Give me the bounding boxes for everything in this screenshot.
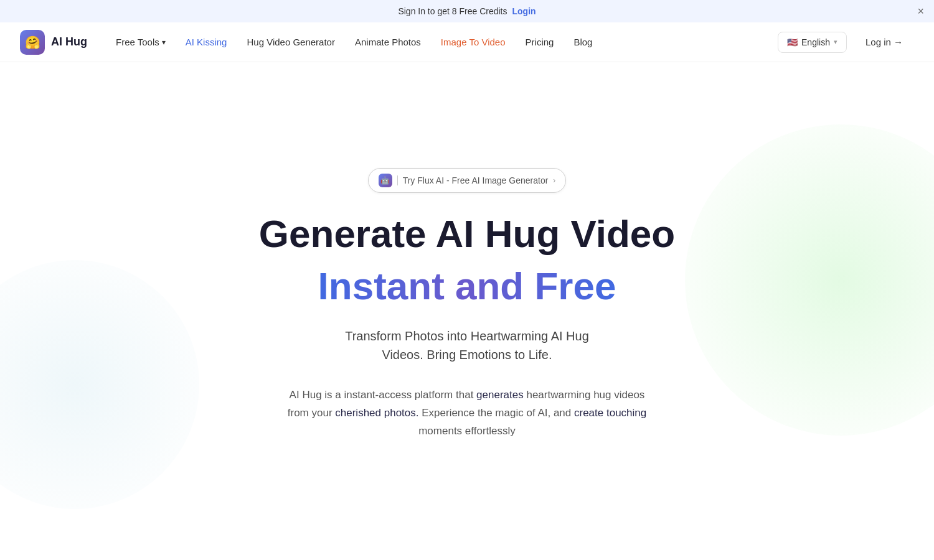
nav-item-image-to-video[interactable]: Image To Video [432,32,514,52]
nav-right: 🇺🇸 English ▾ Log in → [778,32,914,53]
nav-item-hug-video[interactable]: Hug Video Generator [238,32,343,52]
nav-item-animate-photos[interactable]: Animate Photos [346,32,430,52]
hero-subtitle: Transform Photos into Heartwarming AI Hu… [345,327,589,364]
nav-links: Free Tools ▾ AI Kissing Hug Video Genera… [107,32,758,52]
login-button[interactable]: Log in → [854,32,914,52]
lang-flag: 🇺🇸 [787,37,798,47]
hero-description: AI Hug is a instant-access platform that… [280,386,654,441]
badge-chevron-icon: › [553,176,555,185]
badge-divider [397,175,398,185]
navbar: 🤗 AI Hug Free Tools ▾ AI Kissing Hug Vid… [0,22,934,62]
flux-badge-icon: 🤖 [379,174,392,187]
lang-label: English [801,37,830,47]
banner-text: Sign In to get 8 Free Credits [398,6,507,16]
logo[interactable]: 🤗 AI Hug [20,30,87,55]
nav-item-pricing[interactable]: Pricing [517,32,563,52]
hero-title-line1: Generate AI Hug Video [259,213,675,255]
banner-login-link[interactable]: Login [512,6,535,16]
hero-section: 🤖 Try Flux AI - Free AI Image Generator … [0,62,934,559]
nav-item-ai-kissing[interactable]: AI Kissing [177,32,236,52]
chevron-down-icon: ▾ [834,38,837,46]
try-flux-badge[interactable]: 🤖 Try Flux AI - Free AI Image Generator … [368,168,567,193]
logo-icon: 🤗 [20,30,45,55]
language-selector[interactable]: 🇺🇸 English ▾ [778,32,847,53]
logo-text: AI Hug [51,35,87,49]
nav-item-free-tools[interactable]: Free Tools ▾ [107,32,174,52]
badge-text: Try Flux AI - Free AI Image Generator [403,175,549,185]
hero-title-line2: Instant and Free [318,263,616,309]
top-banner: Sign In to get 8 Free Credits Login × [0,0,934,22]
banner-close-button[interactable]: × [917,6,924,17]
nav-item-blog[interactable]: Blog [565,32,601,52]
chevron-down-icon: ▾ [162,38,166,47]
